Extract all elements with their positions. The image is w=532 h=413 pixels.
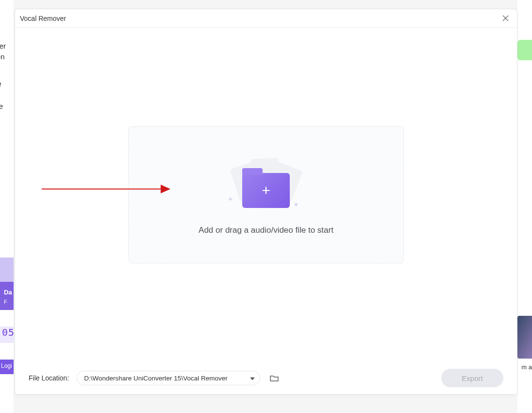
bg-thumbnail xyxy=(517,316,532,359)
modal-footer: File Location: D:\Wondershare UniConvert… xyxy=(15,362,517,394)
bg-text-fragment: File xyxy=(0,102,3,110)
sparkle-icon: ✦ xyxy=(228,195,233,203)
browse-folder-button[interactable] xyxy=(268,372,281,384)
modal-header: Vocal Remover xyxy=(15,9,517,28)
dropzone-illustration: ✦ + xyxy=(225,155,307,208)
bg-text-fragment: F xyxy=(4,299,14,305)
annotation-arrow xyxy=(42,189,170,189)
dropzone-text: Add or drag a audio/video file to start xyxy=(199,225,333,235)
folder-icon xyxy=(270,375,279,382)
bg-time-fragment: 05 xyxy=(0,327,14,343)
close-icon xyxy=(502,15,509,22)
bg-text-fragment: nder xyxy=(0,42,6,50)
bg-login-fragment: Logi xyxy=(0,360,14,374)
vocal-remover-modal: Vocal Remover ✦ + Add or drag a audio/vi… xyxy=(15,9,517,395)
file-location-label: File Location: xyxy=(29,374,69,382)
chevron-down-icon xyxy=(250,375,255,382)
folder-plus-icon: + xyxy=(242,173,290,208)
plus-icon: + xyxy=(242,173,290,208)
export-button[interactable]: Export xyxy=(441,369,503,387)
bg-accent xyxy=(0,258,14,282)
close-button[interactable] xyxy=(499,12,512,25)
bg-accent: Da F xyxy=(0,282,14,310)
bg-text-fragment: Da xyxy=(4,289,14,296)
bg-text-fragment: m a xyxy=(518,363,532,371)
bg-text-fragment: me xyxy=(0,80,1,88)
modal-title: Vocal Remover xyxy=(20,15,66,22)
bg-sidebar: nder Con me File ls xyxy=(0,0,14,413)
file-location-select[interactable]: D:\Wondershare UniConverter 15\Vocal Rem… xyxy=(77,371,260,385)
file-dropzone[interactable]: ✦ + Add or drag a audio/video file to st… xyxy=(128,126,404,263)
bg-green-badge xyxy=(517,40,532,60)
bg-text-fragment: Con xyxy=(0,52,5,61)
dot-icon xyxy=(295,203,298,206)
file-location-path: D:\Wondershare UniConverter 15\Vocal Rem… xyxy=(84,375,227,382)
modal-body: ✦ + Add or drag a audio/video file to st… xyxy=(15,28,517,362)
